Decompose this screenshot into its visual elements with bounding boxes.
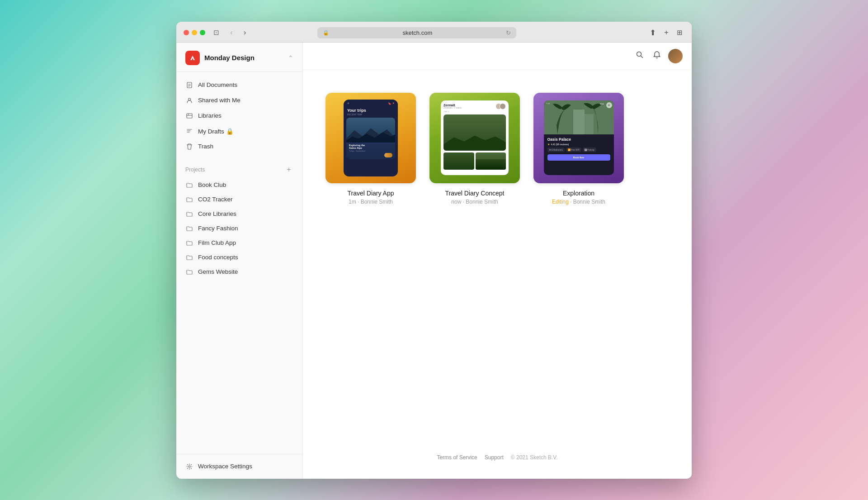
search-icon (636, 52, 644, 61)
sidebar-item-film-club-app[interactable]: Film Club App (176, 236, 302, 250)
sidebar-item-book-club[interactable]: Book Club (176, 178, 302, 192)
url-text: sketch.com (332, 29, 503, 36)
workspace-header[interactable]: Monday Design ⌃ (176, 43, 302, 72)
document-card-travel-diary-concept[interactable]: Zermatt 28 photos · 7 videos DAY (429, 93, 520, 205)
sidebar-item-all-documents[interactable]: All Documents (176, 77, 302, 93)
sidebar-item-food-concepts[interactable]: Food concepts (176, 250, 302, 265)
travel-diary-app-title: Travel Diary App (348, 190, 394, 197)
my-drafts-label: My Drafts 🔒 (198, 128, 234, 135)
shared-with-me-label: Shared with Me (198, 97, 241, 104)
bell-icon (653, 52, 661, 61)
terms-of-service-link[interactable]: Terms of Service (437, 454, 477, 461)
sidebar: Monday Design ⌃ All Documents (176, 43, 303, 479)
browser-chrome: ⊡ ‹ › 🔒 sketch.com ↻ ⬆ + ⊞ (176, 22, 692, 43)
sidebar-item-core-libraries[interactable]: Core Libraries (176, 207, 302, 221)
url-bar[interactable]: 🔒 sketch.com ↻ (317, 27, 516, 38)
traffic-lights (184, 30, 205, 35)
content-area: ⚙ 🔖 ♥ Your trips RECENT TRIP (303, 70, 692, 479)
book-club-label: Book Club (198, 181, 226, 188)
sidebar-toggle-icon: ⊡ (213, 29, 219, 36)
travel-diary-concept-thumbnail: Zermatt 28 photos · 7 videos DAY (429, 93, 520, 183)
travel-diary-app-meta: 1m · Bonnie Smith (348, 199, 394, 205)
svg-rect-5 (187, 114, 192, 118)
sidebar-item-fancy-fashion[interactable]: Fancy Fashion (176, 221, 302, 236)
reload-icon[interactable]: ↻ (506, 29, 511, 36)
projects-header: Projects + (176, 163, 302, 178)
tabs-button[interactable]: ⊞ (675, 28, 684, 38)
folder-icon (185, 253, 193, 262)
projects-section: Projects + Book Club (176, 158, 302, 454)
svg-point-9 (189, 466, 190, 467)
folder-icon (185, 224, 193, 233)
sidebar-item-my-drafts[interactable]: My Drafts 🔒 (176, 124, 302, 139)
libraries-label: Libraries (198, 112, 222, 119)
travel-diary-concept-meta: now · Bonnie Smith (445, 199, 505, 205)
sidebar-footer: Workspace Settings (176, 454, 302, 479)
document-card-exploration[interactable]: ✕ 5:41 ●●● (533, 93, 624, 205)
forward-icon: › (244, 28, 246, 37)
svg-point-4 (189, 98, 191, 100)
film-club-app-label: Film Club App (198, 239, 236, 246)
notifications-button[interactable] (651, 49, 663, 63)
forward-button[interactable]: › (241, 27, 249, 38)
back-button[interactable]: ‹ (227, 27, 236, 38)
settings-icon (185, 462, 193, 471)
minimize-button[interactable] (192, 30, 197, 35)
exploration-meta: Editing · Bonnie Smith (552, 199, 605, 205)
svg-line-11 (641, 56, 643, 58)
my-drafts-icon (185, 127, 193, 135)
projects-label: Projects (185, 167, 205, 173)
sidebar-item-libraries[interactable]: Libraries (176, 108, 302, 124)
svg-rect-14 (585, 114, 594, 134)
fancy-fashion-label: Fancy Fashion (198, 225, 238, 232)
exploration-title: Exploration (552, 190, 605, 197)
exploration-thumbnail: ✕ 5:41 ●●● (533, 93, 624, 183)
travel-diary-concept-info: Travel Diary Concept now · Bonnie Smith (445, 190, 505, 205)
travel-diary-app-info: Travel Diary App 1m · Bonnie Smith (348, 190, 394, 205)
travel-diary-phone-mockup: ⚙ 🔖 ♥ Your trips RECENT TRIP (344, 100, 398, 176)
search-button[interactable] (634, 49, 646, 63)
folder-icon (185, 181, 193, 189)
exploration-info: Exploration Editing · Bonnie Smith (552, 190, 605, 205)
maximize-button[interactable] (200, 30, 205, 35)
content-footer: Terms of Service Support © 2021 Sketch B… (326, 445, 669, 465)
document-card-travel-diary-app[interactable]: ⚙ 🔖 ♥ Your trips RECENT TRIP (326, 93, 416, 205)
trash-icon (185, 143, 193, 151)
food-concepts-label: Food concepts (198, 254, 238, 261)
nav-section: All Documents Shared with Me (176, 72, 302, 158)
editing-label: Editing (552, 199, 569, 205)
sidebar-item-gems-website[interactable]: Gems Website (176, 265, 302, 279)
new-tab-button[interactable]: + (662, 27, 670, 38)
avatar[interactable] (668, 49, 683, 63)
co2-tracker-label: CO2 Tracker (198, 196, 233, 203)
sidebar-toggle-button[interactable]: ⊡ (211, 28, 222, 38)
sidebar-item-shared-with-me[interactable]: Shared with Me (176, 93, 302, 108)
add-project-button[interactable]: + (284, 165, 293, 174)
workspace-name: Monday Design (204, 54, 283, 62)
avatar-image (668, 49, 683, 63)
travel-diary-concept-title: Travel Diary Concept (445, 190, 505, 197)
folder-icon (185, 268, 193, 276)
folder-icon (185, 239, 193, 247)
app-body: Monday Design ⌃ All Documents (176, 43, 692, 479)
libraries-icon (185, 112, 193, 120)
documents-grid: ⚙ 🔖 ♥ Your trips RECENT TRIP (326, 93, 669, 205)
travel-diary-app-thumbnail: ⚙ 🔖 ♥ Your trips RECENT TRIP (326, 93, 416, 183)
sidebar-item-trash[interactable]: Trash (176, 139, 302, 154)
lock-icon: 🔒 (323, 30, 329, 36)
sidebar-item-co2-tracker[interactable]: CO2 Tracker (176, 192, 302, 207)
support-link[interactable]: Support (485, 454, 504, 461)
share-button[interactable]: ⬆ (648, 27, 658, 38)
back-icon: ‹ (230, 28, 233, 37)
folder-icon (185, 195, 193, 204)
workspace-chevron-icon: ⌃ (288, 54, 293, 62)
workspace-settings-item[interactable]: Workspace Settings (176, 459, 302, 474)
main-content: ⚙ 🔖 ♥ Your trips RECENT TRIP (303, 43, 692, 479)
workspace-icon (185, 51, 200, 65)
copyright-text: © 2021 Sketch B.V. (511, 454, 558, 461)
close-button[interactable] (184, 30, 189, 35)
core-libraries-label: Core Libraries (198, 210, 236, 217)
browser-actions: ⬆ + ⊞ (648, 27, 684, 38)
all-documents-label: All Documents (198, 81, 237, 88)
exploration-meta-suffix: · Bonnie Smith (570, 199, 605, 205)
